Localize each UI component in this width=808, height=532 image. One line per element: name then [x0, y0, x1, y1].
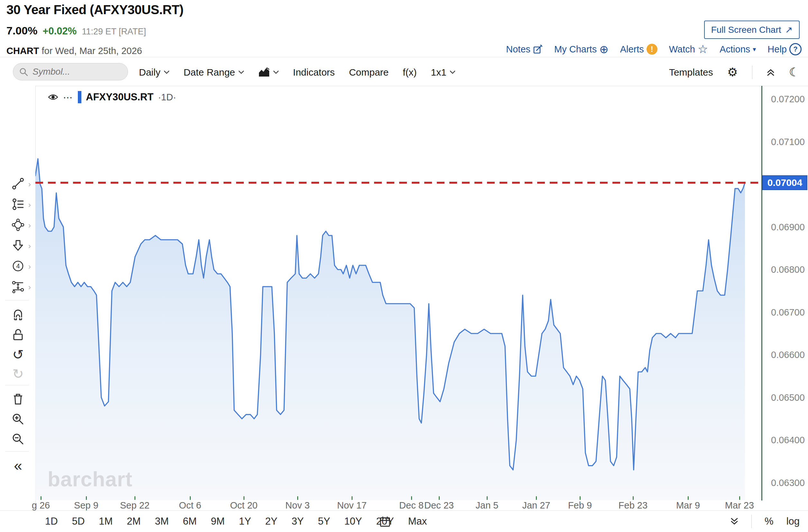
x-axis-tick [688, 496, 688, 500]
sidebar-divider [5, 385, 29, 385]
y-axis-label: 0.06400 [771, 435, 805, 445]
notes-link[interactable]: Notes [506, 44, 543, 55]
range-button-3y[interactable]: 3Y [292, 516, 304, 527]
range-button-1m[interactable]: 1M [99, 516, 113, 527]
watch-link[interactable]: Watch ☆ [669, 43, 708, 55]
eye-visibility-icon[interactable] [48, 93, 58, 101]
x-axis-label: Feb 23 [610, 500, 656, 511]
symbol-search[interactable] [13, 63, 128, 80]
grid-layout-dropdown[interactable]: 1x1 [431, 67, 456, 78]
range-button-6m[interactable]: 6M [183, 516, 197, 527]
annotations-count-tool[interactable]: 4 [11, 259, 25, 273]
arrow-marker-tool[interactable] [11, 238, 25, 253]
compare-label: Compare [349, 67, 389, 78]
range-button-1y[interactable]: 1Y [239, 516, 251, 527]
sidebar-divider [5, 300, 29, 300]
trend-line-tool[interactable] [11, 177, 25, 191]
full-screen-chart-label: Full Screen Chart [711, 25, 781, 35]
zoom-out-tool[interactable] [11, 432, 25, 446]
chart-date-line: CHART for Wed, Mar 25th, 2026 [6, 46, 142, 56]
log-scale-toggle[interactable]: log [787, 516, 800, 527]
price-line-badge: 0.07004 [762, 175, 807, 190]
arrow-marker-expand-chevron[interactable]: › [28, 241, 31, 251]
x-axis-label: Feb 9 [557, 500, 603, 511]
fibonacci-tool[interactable] [11, 197, 25, 211]
collapse-toolbar-button[interactable] [767, 69, 775, 76]
indicators-label: Indicators [293, 67, 335, 78]
range-buttons: 1D5D1M2M3M6M9M1Y2Y3Y5Y10Y20YMax [45, 511, 427, 532]
range-button-1d[interactable]: 1D [45, 516, 58, 527]
range-button-5d[interactable]: 5D [72, 516, 85, 527]
quick-links-row: Notes My Charts ⊕ Alerts ! Watch ☆ Actio… [506, 43, 802, 55]
actions-label: Actions [719, 44, 750, 55]
trend-line-expand-chevron[interactable]: › [28, 180, 31, 189]
expand-panel-button[interactable] [730, 517, 738, 525]
delete-drawings-tool[interactable] [11, 392, 25, 406]
legend-more-icon[interactable]: ⋯ [63, 92, 73, 103]
range-button-5y[interactable]: 5Y [318, 516, 330, 527]
x-axis-label: Mar 23 [717, 500, 762, 511]
lock-drawings-tool[interactable] [11, 328, 25, 342]
actions-dropdown[interactable]: Actions ▾ [719, 44, 756, 55]
indicators-button[interactable]: Indicators [293, 67, 335, 78]
percent-scale-toggle[interactable]: % [765, 516, 774, 527]
drawing-tools-sidebar: › › › › [0, 86, 36, 511]
date-range-label: Date Range [184, 67, 235, 78]
templates-button[interactable]: Templates [669, 67, 713, 78]
measure-expand-chevron[interactable]: › [28, 283, 31, 292]
undo-icon[interactable]: ↺ [11, 348, 25, 362]
chevron-down-icon [450, 70, 456, 74]
measure-tool[interactable] [11, 279, 25, 294]
shapes-expand-chevron[interactable]: › [28, 221, 31, 230]
alerts-link[interactable]: Alerts ! [620, 44, 658, 55]
question-circle-icon: ? [789, 43, 802, 55]
my-charts-label: My Charts [554, 44, 597, 55]
y-axis-label: 0.06500 [771, 392, 805, 403]
quote-timestamp: 11:29 ET [RATE] [82, 27, 146, 37]
annotations-expand-chevron[interactable]: › [28, 262, 31, 271]
y-axis-label: 0.06600 [771, 350, 805, 360]
redo-icon[interactable]: ↻ [11, 367, 25, 381]
fibonacci-expand-chevron[interactable]: › [28, 200, 31, 209]
help-label: Help [768, 44, 787, 55]
dark-mode-moon-icon[interactable]: ☾ [789, 66, 800, 78]
range-button-10y[interactable]: 10Y [344, 516, 362, 527]
x-axis-tick [86, 496, 87, 500]
x-axis-label: Mar 9 [665, 500, 711, 511]
symbol-search-input[interactable] [32, 66, 117, 77]
range-button-9m[interactable]: 9M [211, 516, 225, 527]
range-button-2y[interactable]: 2Y [265, 516, 278, 527]
range-button-2m[interactable]: 2M [127, 516, 141, 527]
calendar-icon[interactable] [379, 515, 391, 528]
y-axis-label: 0.07200 [771, 94, 805, 105]
chart-type-dropdown[interactable] [258, 68, 279, 77]
shapes-tool[interactable] [11, 218, 25, 232]
my-charts-link[interactable]: My Charts ⊕ [554, 44, 609, 55]
fx-expressions-button[interactable]: f(x) [403, 67, 417, 78]
chevron-down-icon [273, 70, 279, 74]
bottom-divider [751, 515, 752, 528]
watch-label: Watch [669, 44, 695, 55]
x-axis-tick [134, 496, 135, 500]
settings-gear-icon[interactable]: ⚙ [727, 66, 738, 78]
x-axis-tick [190, 496, 191, 500]
help-link[interactable]: Help ? [768, 43, 802, 55]
y-axis[interactable]: 0.07004 0.072000.071000.069000.068000.06… [761, 86, 808, 500]
x-axis-tick [40, 496, 41, 500]
compare-button[interactable]: Compare [349, 67, 389, 78]
x-axis-label: Sep 22 [112, 500, 157, 511]
magnet-mode-tool[interactable] [11, 308, 25, 322]
x-axis-tick [536, 496, 537, 500]
zoom-in-tool[interactable] [11, 412, 25, 426]
date-range-dropdown[interactable]: Date Range [184, 67, 244, 78]
full-screen-chart-button[interactable]: Full Screen Chart ↗ [704, 21, 800, 39]
x-axis-label: Jan 5 [464, 500, 510, 511]
price-annotation-line[interactable] [35, 182, 761, 184]
x-axis[interactable]: g 26Sep 9Sep 22Oct 6Oct 20Nov 3Nov 17Dec… [35, 496, 761, 511]
range-button-3m[interactable]: 3M [155, 516, 168, 527]
frequency-label: Daily [139, 67, 161, 78]
range-button-max[interactable]: Max [408, 516, 427, 527]
frequency-dropdown[interactable]: Daily [139, 67, 169, 78]
chart-plot-area[interactable]: ⋯ AFXY30US.RT ·1D· barchart [35, 86, 761, 500]
collapse-sidebar-icon[interactable]: « [11, 458, 25, 473]
